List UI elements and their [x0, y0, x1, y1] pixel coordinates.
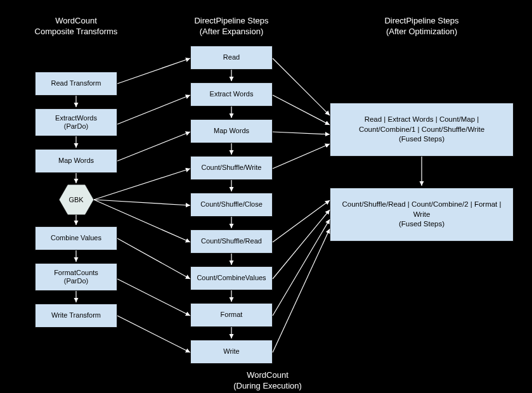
gbk-label: GBK: [68, 196, 83, 203]
fused-step-2: Count/Shuffle/Read | Count/Combine/2 | F…: [330, 188, 514, 242]
svg-line-18: [117, 132, 190, 161]
node-extract-words-pardo: ExtractWords(ParDo): [35, 108, 117, 136]
node-extract-words: Extract Words: [190, 82, 273, 106]
svg-line-25: [273, 58, 330, 115]
svg-line-22: [117, 238, 190, 279]
node-count-shuffle-close: Count/Shuffle/Close: [190, 193, 273, 217]
svg-line-27: [273, 132, 330, 134]
svg-line-24: [117, 316, 190, 352]
svg-line-29: [273, 200, 330, 242]
col3-header: DirectPipeline Steps(After Optimization): [330, 16, 514, 37]
node-map-words-2: Map Words: [190, 119, 273, 143]
svg-line-26: [273, 95, 330, 125]
node-combine-values: Combine Values: [35, 226, 117, 250]
fused-step-1: Read | Extract Words | Count/Map | Count…: [330, 103, 514, 157]
svg-line-31: [273, 219, 330, 316]
node-count-combine-values: Count/CombineValues: [190, 266, 273, 290]
node-read: Read: [190, 46, 273, 70]
node-format-counts-pardo: FormatCounts(ParDo): [35, 263, 117, 291]
node-map-words: Map Words: [35, 149, 117, 173]
bottom-label: WordCount(During Execution): [211, 370, 325, 392]
col1: Read Transform ExtractWords(ParDo) Map W…: [35, 72, 117, 328]
node-count-shuffle-write: Count/Shuffle/Write: [190, 156, 273, 180]
node-write: Write: [190, 340, 273, 364]
node-format: Format: [190, 303, 273, 327]
node-gbk-hexagon: GBK: [59, 184, 94, 215]
svg-line-17: [117, 95, 190, 124]
col2-header: DirectPipeline Steps(After Expansion): [174, 16, 289, 37]
node-write-transform: Write Transform: [35, 304, 117, 328]
col2: Read Extract Words Map Words Count/Shuff…: [190, 46, 273, 364]
svg-line-30: [273, 210, 330, 279]
node-count-shuffle-read: Count/Shuffle/Read: [190, 229, 273, 254]
node-read-transform: Read Transform: [35, 72, 117, 96]
svg-line-32: [273, 229, 330, 352]
svg-line-23: [117, 279, 190, 316]
svg-line-16: [117, 58, 190, 84]
svg-line-28: [273, 144, 330, 169]
col1-header: WordCountComposite Transforms: [19, 16, 133, 37]
